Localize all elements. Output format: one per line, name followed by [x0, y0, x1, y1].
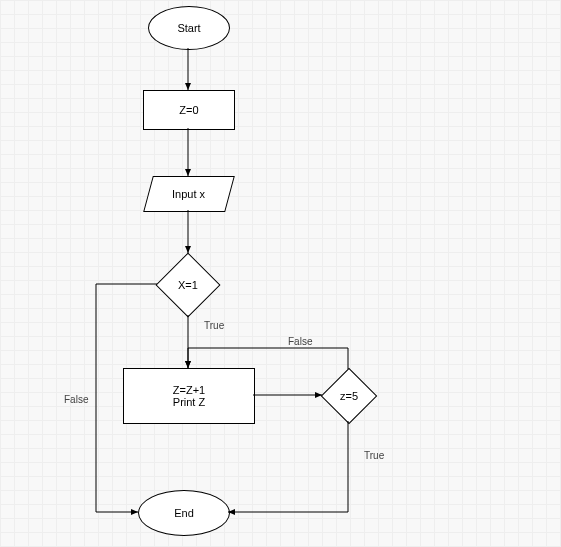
decision-x1-label: X=1 [178, 279, 198, 291]
process-line2: Print Z [173, 396, 205, 408]
label-cond2-false: False [288, 336, 312, 347]
flowchart-canvas: Start Z=0 Input x X=1 Z=Z+1 Print Z z=5 … [0, 0, 561, 547]
decision-z5-label: z=5 [340, 390, 358, 402]
start-label: Start [177, 22, 200, 34]
label-cond2-true: True [364, 450, 384, 461]
process-line1: Z=Z+1 [173, 384, 205, 396]
process-node: Z=Z+1 Print Z [123, 368, 255, 424]
input-node: Input x [143, 176, 235, 212]
decision-z5: z=5 [321, 368, 378, 425]
label-cond1-true: True [204, 320, 224, 331]
edges [0, 0, 561, 547]
input-label: Input x [172, 188, 205, 200]
label-cond1-false: False [64, 394, 88, 405]
decision-x1: X=1 [155, 252, 220, 317]
end-label: End [174, 507, 194, 519]
init-label: Z=0 [179, 104, 198, 116]
end-node: End [138, 490, 230, 536]
start-node: Start [148, 6, 230, 50]
init-process: Z=0 [143, 90, 235, 130]
